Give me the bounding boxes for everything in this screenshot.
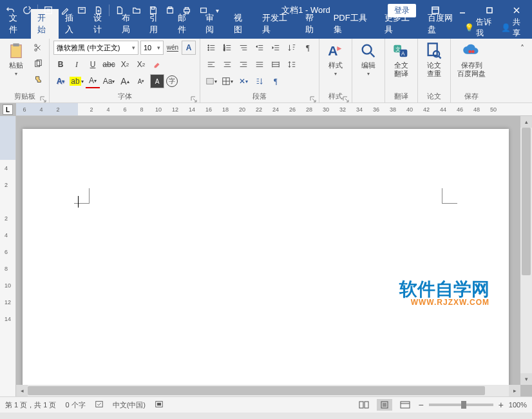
qat-icon[interactable] — [74, 3, 90, 18]
scroll-right-button[interactable]: ▸ — [509, 385, 520, 396]
bold-button[interactable]: B — [53, 57, 68, 72]
superscript-button[interactable]: X2 — [134, 57, 148, 72]
zoom-slider[interactable] — [429, 404, 493, 406]
svg-rect-2 — [151, 7, 154, 10]
tab-selector[interactable]: L — [3, 104, 13, 115]
strikethrough-button[interactable]: abc — [102, 57, 116, 72]
align-center-button[interactable] — [220, 57, 234, 72]
enclosed-char-button[interactable]: A — [150, 74, 164, 88]
styles-launcher[interactable] — [343, 93, 350, 101]
page-number-status[interactable]: 第 1 页，共 1 页 — [5, 400, 56, 410]
multilevel-button[interactable] — [236, 41, 251, 55]
cut-button[interactable] — [31, 41, 45, 55]
tell-me-button[interactable]: 💡 告诉我 — [464, 17, 496, 39]
styles-button[interactable]: A 样式▾ — [323, 41, 348, 78]
macro-icon[interactable] — [155, 400, 164, 410]
format-painter-button[interactable] — [31, 73, 45, 87]
print-layout-button[interactable] — [377, 399, 392, 411]
share-button[interactable]: 👤 共享 — [501, 17, 526, 39]
open-button[interactable] — [129, 3, 144, 18]
svg-rect-1 — [79, 8, 86, 14]
sort-para-button[interactable] — [252, 74, 267, 88]
clipboard-launcher[interactable] — [40, 93, 48, 101]
collapse-ribbon-button[interactable]: ˄ — [515, 41, 529, 55]
qat-icon[interactable] — [41, 3, 56, 18]
scroll-left-button[interactable]: ◂ — [16, 385, 28, 396]
paper-check-button[interactable]: 论文查重 — [422, 41, 446, 79]
tab-more[interactable]: 更多工具 — [378, 9, 421, 39]
italic-button[interactable]: I — [70, 57, 84, 72]
tab-pdf[interactable]: PDF工具集 — [327, 9, 378, 39]
line-spacing-button[interactable] — [285, 57, 299, 72]
page[interactable]: 软件自学网 WWW.RJZXW.COM — [23, 129, 509, 385]
qat-icon[interactable] — [196, 3, 211, 18]
bullets-button[interactable] — [204, 41, 218, 55]
character-border-button[interactable]: A — [182, 41, 196, 55]
borders-button[interactable]: ▾ — [220, 74, 234, 88]
paragraph-marks-button[interactable]: ¶ — [269, 74, 283, 88]
qat-icon[interactable] — [162, 3, 178, 18]
scroll-thumb[interactable] — [522, 128, 531, 275]
font-color-button[interactable]: A▾ — [86, 74, 100, 88]
font-launcher[interactable] — [191, 93, 198, 101]
horizontal-scrollbar[interactable]: ◂ ▸ — [16, 385, 520, 396]
align-right-button[interactable] — [236, 57, 251, 72]
qat-more-button[interactable]: ▾ — [213, 3, 222, 18]
numbering-button[interactable]: 123 — [220, 41, 234, 55]
align-left-button[interactable] — [204, 57, 218, 72]
svg-rect-0 — [45, 7, 52, 14]
grow-font-button[interactable]: A▴ — [118, 74, 132, 88]
circled-char-button[interactable]: 字 — [166, 75, 178, 87]
spellcheck-icon[interactable] — [95, 400, 104, 410]
svg-point-17 — [208, 45, 209, 46]
zoom-in-button[interactable]: + — [499, 400, 504, 410]
phonetic-guide-button[interactable]: wén — [166, 41, 180, 55]
scroll-up-button[interactable]: ▴ — [520, 116, 532, 128]
subscript-button[interactable]: X2 — [118, 57, 132, 72]
save-button[interactable] — [146, 3, 161, 18]
increase-indent-button[interactable] — [269, 41, 283, 55]
tab-help[interactable]: 帮助 — [299, 9, 327, 39]
tab-view[interactable]: 视图 — [227, 9, 256, 39]
asian-layout-button[interactable]: ✕▾ — [236, 74, 251, 88]
font-size-select[interactable]: 10▾ — [140, 41, 164, 55]
tab-baidu[interactable]: 百度网盘 — [421, 9, 464, 39]
qat-icon[interactable] — [57, 3, 73, 18]
shrink-font-button[interactable]: A▾ — [134, 74, 148, 88]
show-marks-button[interactable]: ¶ — [301, 41, 315, 55]
vertical-ruler[interactable]: 422468101214 — [0, 116, 16, 396]
translate-button[interactable]: 文A 全文翻译 — [389, 41, 413, 79]
web-layout-button[interactable] — [397, 399, 413, 411]
undo-button[interactable] — [3, 3, 18, 18]
paste-button[interactable]: 粘贴 ▾ — [4, 41, 28, 78]
new-button[interactable] — [112, 3, 128, 18]
copy-button[interactable] — [31, 57, 45, 71]
read-mode-button[interactable] — [356, 399, 372, 411]
highlight-button[interactable]: ab▾ — [70, 74, 84, 88]
change-case-button[interactable]: Aa▾ — [102, 74, 116, 88]
word-count-status[interactable]: 0 个字 — [65, 400, 85, 410]
language-status[interactable]: 中文(中国) — [113, 400, 146, 410]
vertical-scrollbar[interactable]: ▴ ▾ — [520, 116, 532, 385]
zoom-out-button[interactable]: − — [418, 400, 423, 410]
distribute-button[interactable] — [269, 57, 283, 72]
zoom-level[interactable]: 100% — [509, 401, 527, 409]
tab-developer[interactable]: 开发工具 — [256, 9, 299, 39]
font-name-select[interactable]: 微软雅黑 (中文正文)▾ — [53, 41, 138, 55]
sort-button[interactable] — [285, 41, 299, 55]
shading-button[interactable]: ▾ — [204, 74, 218, 88]
clear-format-button[interactable] — [150, 57, 164, 72]
scroll-thumb[interactable] — [28, 386, 485, 395]
decrease-indent-button[interactable] — [252, 41, 267, 55]
underline-button[interactable]: U — [86, 57, 100, 72]
editing-button[interactable]: 编辑▾ — [356, 41, 381, 78]
qat-icon[interactable] — [91, 3, 106, 18]
text-effects-button[interactable]: A▾ — [53, 74, 68, 88]
redo-button[interactable] — [19, 3, 35, 18]
paragraph-launcher[interactable] — [310, 93, 318, 101]
scroll-down-button[interactable]: ▾ — [520, 373, 532, 385]
justify-button[interactable] — [252, 57, 267, 72]
print-button[interactable] — [179, 3, 195, 18]
horizontal-ruler[interactable]: 6422468101214161820222426283032343638404… — [16, 103, 532, 116]
save-cloud-button[interactable]: 保存到百度网盘 — [455, 41, 488, 79]
